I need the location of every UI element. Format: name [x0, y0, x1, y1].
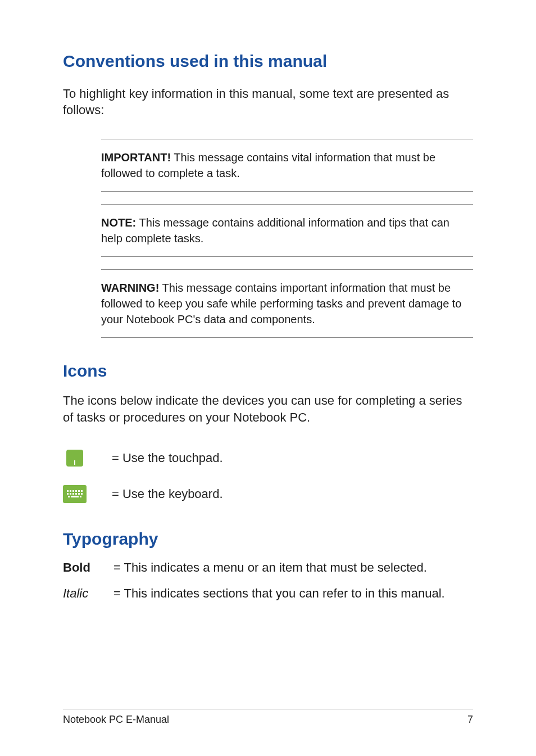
footer-page-number: 7: [467, 714, 473, 726]
typo-desc-italic: = This indicates sections that you can r…: [113, 586, 473, 601]
callouts-group: IMPORTANT! This message contains vital i…: [101, 139, 473, 338]
callout-warning: WARNING! This message contains important…: [101, 269, 473, 338]
touchpad-text: = Use the touchpad.: [112, 451, 223, 465]
typo-label-italic: Italic: [63, 586, 113, 601]
typo-row-bold: Bold = This indicates a menu or an item …: [63, 560, 473, 575]
typography-table: Bold = This indicates a menu or an item …: [63, 560, 473, 601]
keyboard-icon: [63, 482, 87, 506]
icon-row-touchpad: = Use the touchpad.: [63, 446, 473, 470]
warning-label: WARNING!: [101, 282, 159, 294]
icons-intro: The icons below indicate the devices you…: [63, 392, 473, 425]
icon-row-keyboard: = Use the keyboard.: [63, 482, 473, 506]
keyboard-text: = Use the keyboard.: [112, 487, 223, 501]
touchpad-icon: [63, 446, 87, 470]
typo-row-italic: Italic = This indicates sections that yo…: [63, 586, 473, 601]
callout-important: IMPORTANT! This message contains vital i…: [101, 139, 473, 192]
heading-conventions: Conventions used in this manual: [63, 51, 473, 72]
footer-title: Notebook PC E-Manual: [63, 714, 169, 726]
typo-label-bold: Bold: [63, 560, 113, 575]
page-footer: Notebook PC E-Manual 7: [63, 709, 473, 726]
important-label: IMPORTANT!: [101, 151, 171, 164]
intro-text: To highlight key information in this man…: [63, 85, 473, 119]
icons-list: = Use the touchpad. = Use the keyboard.: [63, 446, 473, 506]
callout-note: NOTE: This message contains additional i…: [101, 204, 473, 257]
note-text: This message contains additional informa…: [101, 216, 449, 245]
heading-typography: Typography: [63, 528, 473, 550]
heading-icons: Icons: [63, 360, 473, 382]
note-label: NOTE:: [101, 216, 136, 229]
typo-desc-bold: = This indicates a menu or an item that …: [113, 560, 473, 575]
